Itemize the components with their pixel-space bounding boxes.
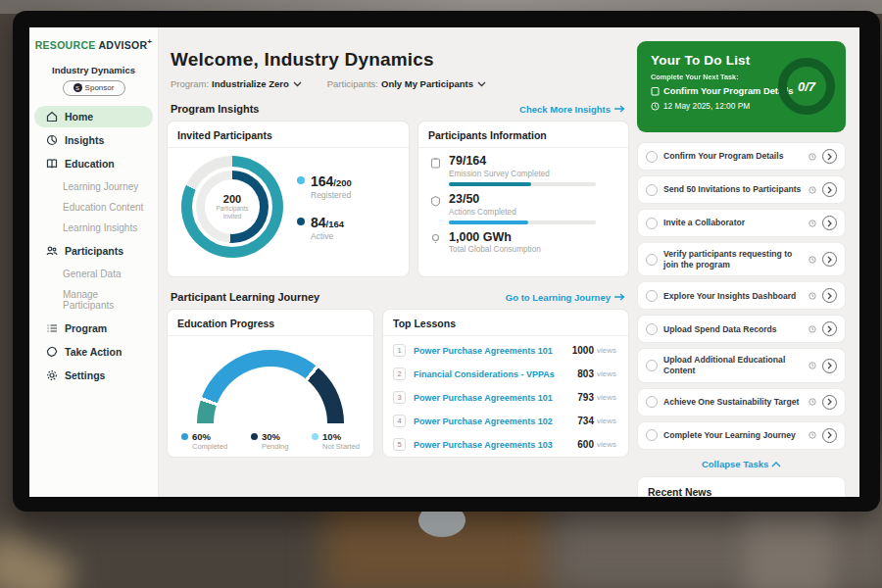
- info-label: Emission Survey Completed: [449, 170, 596, 178]
- gear-icon: [46, 369, 58, 381]
- legend-value: 164: [311, 173, 333, 189]
- chevron-right-icon[interactable]: [822, 321, 837, 336]
- chevron-down-icon: [293, 81, 302, 87]
- top-lessons-card: Top Lessons 1 Power Purchase Agreements …: [382, 309, 629, 458]
- task-checkbox[interactable]: [646, 323, 658, 335]
- task-item[interactable]: Send 50 Invitations to Participants: [637, 175, 846, 204]
- lesson-link[interactable]: Power Purchase Agreements 101: [414, 346, 572, 356]
- task-item[interactable]: Achieve One Sustainability Target: [637, 388, 846, 416]
- chevron-right-icon[interactable]: [822, 216, 837, 230]
- check-more-insights-link[interactable]: Check More Insights: [519, 104, 625, 115]
- task-item[interactable]: Explore Your Insights Dashboard: [637, 281, 846, 310]
- lesson-link[interactable]: Power Purchase Agreements 102: [414, 416, 577, 426]
- sidebar-item-label: Education: [65, 158, 115, 170]
- legend-value: 84: [311, 215, 326, 230]
- gauge-legend: 60% Completed 30% Pending 10% Not Starte…: [168, 423, 373, 451]
- task-checkbox[interactable]: [646, 184, 658, 196]
- chevron-right-icon[interactable]: [822, 149, 837, 164]
- task-checkbox[interactable]: [646, 429, 658, 441]
- task-checkbox[interactable]: [646, 396, 658, 408]
- book-icon: [46, 158, 58, 170]
- legend-dot: [297, 218, 305, 225]
- list-icon: [46, 322, 58, 334]
- task-label: Upload Spend Data Records: [663, 324, 803, 335]
- chevron-right-icon[interactable]: [822, 395, 837, 410]
- task-item[interactable]: Upload Additional Educational Content: [637, 348, 846, 382]
- info-row-consumption: 1,000 GWh Total Global Consumption: [418, 224, 628, 255]
- legend-label: Registered: [311, 190, 352, 200]
- task-checkbox[interactable]: [646, 254, 658, 266]
- sidebar-item-learning-journey[interactable]: Learning Journey: [29, 176, 158, 197]
- clock-icon: [651, 102, 660, 111]
- sidebar-item-program[interactable]: Program: [34, 318, 153, 339]
- sidebar-item-settings[interactable]: Settings: [34, 365, 153, 386]
- legend-pending: 30% Pending: [251, 431, 289, 451]
- task-item[interactable]: Invite a Collaborator: [637, 209, 846, 237]
- sidebar-item-manage-participants[interactable]: Manage Participants: [29, 284, 158, 316]
- lesson-row: 4 Power Purchase Agreements 102 734 view…: [383, 407, 628, 430]
- check-badge-icon: [430, 195, 441, 224]
- legend-dot: [312, 433, 318, 440]
- clock-icon: [808, 292, 816, 300]
- lesson-row: 2 Financial Considerations - VPPAs 803 v…: [383, 360, 628, 383]
- pie-chart-icon: [46, 134, 58, 146]
- task-checkbox[interactable]: [646, 218, 658, 229]
- task-item[interactable]: Complete Your Learning Journey: [637, 421, 846, 450]
- actions-progress-bar: [449, 220, 596, 224]
- chevron-right-icon[interactable]: [822, 428, 837, 443]
- arrow-right-icon: [614, 105, 625, 113]
- sidebar-item-education-content[interactable]: Education Content: [29, 197, 158, 218]
- lesson-row: 1 Power Purchase Agreements 101 1000 vie…: [383, 336, 628, 360]
- task-item[interactable]: Upload Spend Data Records: [637, 315, 846, 343]
- task-label: Invite a Collaborator: [663, 218, 803, 228]
- sidebar-item-take-action[interactable]: Take Action: [34, 341, 153, 363]
- task-checkbox[interactable]: [646, 151, 658, 163]
- go-to-learning-journey-link[interactable]: Go to Learning Journey: [506, 292, 625, 303]
- participants-filter-value: Only My Participants: [381, 78, 473, 89]
- todo-header-card: Your To Do List Complete Your Next Task:…: [637, 41, 846, 132]
- chevron-right-icon[interactable]: [822, 252, 837, 267]
- task-checkbox[interactable]: [646, 360, 658, 371]
- brand-resource: RESOURCE: [35, 39, 96, 51]
- sidebar-item-participants[interactable]: Participants: [34, 240, 153, 262]
- lesson-link[interactable]: Power Purchase Agreements 103: [414, 440, 577, 450]
- sidebar-item-learning-insights[interactable]: Learning Insights: [29, 218, 158, 238]
- clock-icon: [808, 325, 816, 333]
- chevron-right-icon[interactable]: [822, 182, 837, 197]
- lesson-views: 600: [577, 439, 594, 450]
- dashboard-screen: RESOURCE ADVISOR+ Industry Dynamics S Sp…: [29, 27, 859, 497]
- program-filter[interactable]: Program: Industrialize Zero: [171, 78, 302, 89]
- chevron-right-icon[interactable]: [822, 288, 837, 303]
- sidebar-item-insights[interactable]: Insights: [34, 129, 153, 151]
- participants-information-card: Participants Information 79/164 Emission…: [417, 121, 629, 277]
- page-title: Welcome, Industry Dynamics: [171, 49, 629, 71]
- sidebar-item-home[interactable]: Home: [34, 106, 153, 127]
- legend-dot: [251, 433, 258, 440]
- sidebar-item-education[interactable]: Education: [34, 153, 153, 174]
- clock-icon: [808, 362, 816, 369]
- card-title: Top Lessons: [383, 310, 628, 336]
- sponsor-badge[interactable]: S Sponsor: [63, 80, 125, 96]
- task-checkbox[interactable]: [646, 290, 658, 302]
- sidebar-item-label: Participants: [65, 245, 123, 257]
- task-label: Achieve One Sustainability Target: [663, 397, 803, 408]
- sponsor-icon: S: [74, 83, 82, 92]
- collapse-tasks-link[interactable]: Collapse Tasks: [637, 459, 846, 469]
- sidebar-item-general-data[interactable]: General Data: [29, 264, 158, 284]
- emission-survey-progress-bar: [449, 182, 596, 186]
- program-filter-value: Industrialize Zero: [212, 78, 289, 89]
- legend-pct: 30%: [262, 431, 289, 442]
- lesson-link[interactable]: Financial Considerations - VPPAs: [414, 369, 577, 379]
- org-name: Industry Dynamics: [29, 65, 158, 75]
- chevron-right-icon[interactable]: [822, 359, 837, 373]
- lesson-rank: 1: [393, 344, 406, 357]
- info-value: 23/50: [449, 193, 596, 207]
- legend-total: /164: [326, 219, 345, 229]
- participants-filter[interactable]: Participants: Only My Participants: [327, 78, 486, 89]
- lesson-link[interactable]: Power Purchase Agreements 101: [414, 393, 577, 403]
- task-item[interactable]: Verify participants requesting to join t…: [637, 242, 846, 276]
- clock-icon: [808, 398, 816, 406]
- task-item[interactable]: Confirm Your Program Details: [637, 142, 846, 171]
- task-label: Upload Additional Educational Content: [663, 355, 803, 375]
- todo-progress-ring: 0/7: [778, 58, 835, 115]
